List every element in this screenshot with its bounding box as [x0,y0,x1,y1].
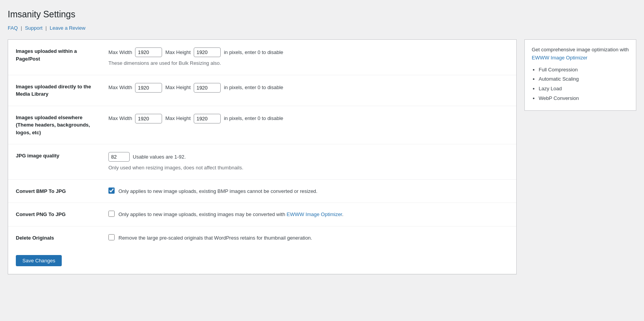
pixels-text-1: in pixels, enter 0 to disable [224,49,283,56]
dimensions-row-media-library: Max Width Max Height in pixels, enter 0 … [108,83,509,93]
td-media-library: Max Width Max Height in pixels, enter 0 … [105,75,516,106]
quality-row: Usable values are 1-92. [108,152,509,162]
convert-png-label: Only applies to new image uploads, exist… [118,211,343,218]
label-media-library: Images uploaded directly to the Media Li… [8,75,105,106]
page-links: FAQ | Support | Leave a Review [8,24,636,32]
quality-description: Only used when resizing images, does not… [108,164,509,172]
pixels-text-2: in pixels, enter 0 to disable [224,84,283,91]
leave-review-link[interactable]: Leave a Review [50,25,86,31]
label-elsewhere: Images uploaded elsewhere (Theme headers… [8,106,105,144]
feature-lazy-load: Lazy Load [539,85,629,93]
feature-automatic-scaling: Automatic Scaling [539,75,629,83]
max-width-label-1: Max Width [108,49,132,56]
convert-bmp-label: Only applies to new image uploads, exist… [118,188,318,195]
label-convert-png: Convert PNG To JPG [8,203,105,226]
td-convert-bmp: Only applies to new image uploads, exist… [105,179,516,203]
description-page-post: These dimensions are used for Bulk Resiz… [108,59,509,67]
feature-full-compression: Full Compression [539,66,629,74]
separator-2: | [46,25,47,31]
td-elsewhere: Max Width Max Height in pixels, enter 0 … [105,106,516,144]
max-width-input-page-post[interactable] [135,47,162,57]
label-page-post: Images uploaded within a Page/Post [8,40,105,75]
ewww-link-png[interactable]: EWWW Image Optimizer [287,211,342,217]
dimensions-row-elsewhere: Max Width Max Height in pixels, enter 0 … [108,114,509,123]
label-convert-bmp: Convert BMP To JPG [8,179,105,203]
max-width-input-elsewhere[interactable] [135,114,162,123]
row-jpg-quality: JPG image quality Usable values are 1-92… [8,144,516,180]
max-height-input-media-library[interactable] [194,83,221,93]
convert-png-text-after: . [342,211,343,217]
td-page-post: Max Width Max Height in pixels, enter 0 … [105,40,516,75]
convert-png-checkbox[interactable] [108,211,115,217]
feature-webp-conversion: WebP Conversion [539,95,629,103]
delete-originals-label: Remove the large pre-scaled originals th… [118,234,312,242]
ewww-optimizer-link[interactable]: EWWW Image Optimizer [532,55,587,61]
max-height-label-1: Max Height [165,49,191,56]
jpg-quality-input[interactable] [108,152,130,162]
row-media-library: Images uploaded directly to the Media Li… [8,75,516,106]
max-width-label-3: Max Width [108,115,132,122]
row-convert-bmp: Convert BMP To JPG Only applies to new i… [8,179,516,203]
quality-hint: Usable values are 1-92. [133,153,186,161]
save-changes-button[interactable]: Save Changes [16,255,62,266]
max-width-input-media-library[interactable] [135,83,162,93]
pixels-text-3: in pixels, enter 0 to disable [224,115,283,122]
support-link[interactable]: Support [25,25,43,31]
convert-png-text-before: Only applies to new image uploads, exist… [118,211,287,217]
save-button-area: Save Changes [8,249,516,274]
label-jpg-quality: JPG image quality [8,144,105,180]
sidebar-features-list: Full Compression Automatic Scaling Lazy … [532,66,629,103]
td-delete-originals: Remove the large pre-scaled originals th… [105,226,516,249]
sidebar-box: Get comprehensive image optimization wit… [524,39,636,111]
label-delete-originals: Delete Originals [8,226,105,249]
checkbox-row-bmp: Only applies to new image uploads, exist… [108,188,509,195]
max-height-label-3: Max Height [165,115,191,122]
checkbox-row-png: Only applies to new image uploads, exist… [108,211,509,218]
td-jpg-quality: Usable values are 1-92. Only used when r… [105,144,516,180]
max-height-input-elsewhere[interactable] [194,114,221,123]
max-height-label-2: Max Height [165,84,191,91]
sidebar-intro: Get comprehensive image optimization wit… [532,47,629,52]
settings-area: Images uploaded within a Page/Post Max W… [8,39,517,274]
faq-link[interactable]: FAQ [8,25,18,31]
td-convert-png: Only applies to new image uploads, exist… [105,203,516,226]
row-elsewhere: Images uploaded elsewhere (Theme headers… [8,106,516,144]
form-table: Images uploaded within a Page/Post Max W… [8,40,516,249]
row-convert-png: Convert PNG To JPG Only applies to new i… [8,203,516,226]
checkbox-row-delete: Remove the large pre-scaled originals th… [108,234,509,242]
max-height-input-page-post[interactable] [194,47,221,57]
main-layout: Images uploaded within a Page/Post Max W… [8,39,636,274]
separator-1: | [21,25,22,31]
dimensions-row-page-post: Max Width Max Height in pixels, enter 0 … [108,47,509,57]
page-title: Imsanity Settings [8,8,636,21]
max-width-label-2: Max Width [108,84,132,91]
row-delete-originals: Delete Originals Remove the large pre-sc… [8,226,516,249]
row-page-post: Images uploaded within a Page/Post Max W… [8,40,516,75]
delete-originals-checkbox[interactable] [108,234,115,240]
convert-bmp-checkbox[interactable] [108,188,115,194]
